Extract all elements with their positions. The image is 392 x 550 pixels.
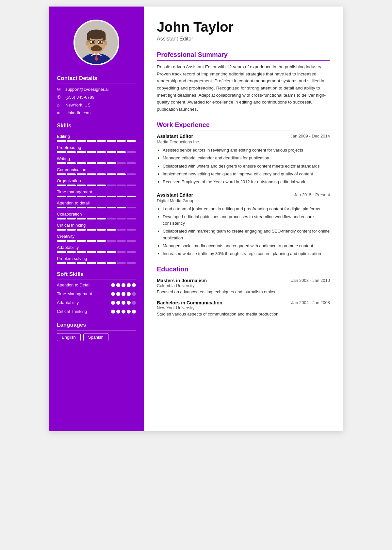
soft-skills-section: Soft Skills Attention to DetailTime Mana… bbox=[57, 271, 136, 315]
skill-item: Problem solving bbox=[57, 256, 136, 264]
skill-bars bbox=[57, 229, 136, 231]
jobs-list: Assistant Editor Jan 2009 - Dec 2014 Med… bbox=[157, 134, 330, 257]
skill-bar bbox=[107, 251, 116, 253]
contact-text: (555) 345-6789 bbox=[65, 95, 94, 100]
soft-skill-dot bbox=[127, 310, 131, 314]
skill-bar bbox=[77, 262, 86, 264]
skill-bar bbox=[127, 240, 136, 242]
sidebar: Contact Details ✉support@cvdesigner.ai✆(… bbox=[49, 7, 144, 431]
skill-bar bbox=[57, 240, 66, 242]
skill-item: Critical thinking bbox=[57, 223, 136, 231]
skill-bars bbox=[57, 207, 136, 208]
job-bullet: Developed editorial guidelines and proce… bbox=[163, 214, 330, 227]
skill-bar bbox=[107, 151, 116, 153]
contact-item-phone: ✆(555) 345-6789 bbox=[57, 94, 136, 100]
soft-skill-dots bbox=[111, 301, 136, 305]
edu-desc: Focused on advanced editing techniques a… bbox=[157, 289, 330, 294]
job-bullet: Managed social media accounts and engage… bbox=[163, 243, 330, 249]
skill-bar bbox=[77, 173, 86, 175]
skill-bar bbox=[77, 218, 86, 219]
location-icon: ⌂ bbox=[57, 102, 63, 107]
skill-bar bbox=[57, 173, 66, 175]
skill-bars bbox=[57, 162, 136, 164]
skill-item: Time management bbox=[57, 189, 136, 197]
soft-skill-name: Critical Thinking bbox=[57, 309, 87, 315]
skill-bar bbox=[87, 173, 96, 175]
skill-bar bbox=[97, 218, 106, 219]
soft-skill-name: Attention to Detail bbox=[57, 283, 90, 288]
soft-skill-dot bbox=[132, 283, 136, 287]
skill-bar bbox=[77, 140, 86, 142]
job-bullet: Assisted senior editors in reviewing and… bbox=[163, 147, 330, 154]
edu-header: Bachelors in Communication Jan 2004 - Ja… bbox=[157, 300, 330, 305]
skill-bar bbox=[87, 207, 96, 208]
skill-bar bbox=[57, 207, 66, 208]
skill-bar bbox=[97, 151, 106, 153]
skill-bars bbox=[57, 240, 136, 242]
skill-bar bbox=[87, 240, 96, 242]
job-bullet: Managed editorial calendar and deadlines… bbox=[163, 155, 330, 161]
svg-point-14 bbox=[92, 41, 94, 43]
skill-bar bbox=[57, 251, 66, 253]
edu-school: New York University bbox=[157, 305, 330, 310]
email-icon: ✉ bbox=[57, 87, 63, 92]
edu-dates: Jan 2004 - Jan 2008 bbox=[291, 300, 330, 305]
job-title: Assistant Editor bbox=[157, 134, 193, 139]
skill-bars bbox=[57, 140, 136, 142]
header: John Taylor Assistant Editor bbox=[157, 20, 330, 42]
soft-skill-dot bbox=[111, 283, 115, 287]
skill-bar bbox=[107, 240, 116, 242]
job-bullets: Assisted senior editors in reviewing and… bbox=[157, 147, 330, 185]
avatar-section bbox=[49, 7, 144, 75]
soft-skill-dot bbox=[122, 301, 125, 305]
skill-bar bbox=[67, 151, 76, 153]
skills-section: Skills EditingProofreadingWritingCommuni… bbox=[57, 122, 136, 264]
skill-bar bbox=[117, 207, 126, 208]
skill-bar bbox=[97, 173, 106, 175]
main-content: John Taylor Assistant Editor Professiona… bbox=[144, 7, 343, 431]
skill-bars bbox=[57, 173, 136, 175]
skill-bar bbox=[107, 218, 116, 219]
languages-title: Languages bbox=[57, 322, 136, 331]
contact-title: Contact Details bbox=[57, 75, 136, 84]
edu-entry: Masters in Journalism Jan 2008 - Jan 201… bbox=[157, 278, 330, 294]
skill-bar bbox=[77, 162, 86, 164]
soft-skill-dot bbox=[116, 310, 120, 314]
language-tags: EnglishSpanish bbox=[57, 333, 136, 341]
skill-bar bbox=[77, 229, 86, 231]
skill-bar bbox=[127, 229, 136, 231]
soft-skill-dot bbox=[122, 283, 125, 287]
skill-bar bbox=[67, 140, 76, 142]
skill-bar bbox=[117, 229, 126, 231]
skill-bar bbox=[107, 162, 116, 164]
skill-name: Time management bbox=[57, 189, 136, 194]
job-company: Digital Media Group bbox=[157, 198, 330, 203]
summary-section: Professional Summary Results-driven Assi… bbox=[157, 51, 330, 113]
skill-bar bbox=[97, 196, 106, 197]
skill-bar bbox=[127, 185, 136, 186]
job-bullet: Collaborated with writers and designers … bbox=[163, 163, 330, 170]
soft-skill-dot bbox=[116, 292, 120, 296]
skill-bar bbox=[67, 240, 76, 242]
soft-skills-title: Soft Skills bbox=[57, 271, 136, 280]
svg-point-10 bbox=[86, 40, 89, 45]
skill-bar bbox=[67, 218, 76, 219]
sidebar-content: Contact Details ✉support@cvdesigner.ai✆(… bbox=[49, 75, 144, 348]
skill-bar bbox=[77, 251, 86, 253]
skill-bar bbox=[87, 162, 96, 164]
skill-bar bbox=[107, 185, 116, 186]
soft-skill-dot bbox=[111, 310, 115, 314]
soft-skill-dot bbox=[132, 301, 136, 305]
soft-skill-dot bbox=[127, 301, 131, 305]
edu-degree: Bachelors in Communication bbox=[157, 300, 222, 305]
education-title: Education bbox=[157, 266, 330, 275]
skill-bar bbox=[87, 196, 96, 197]
soft-skill-item: Time Management bbox=[57, 291, 136, 297]
skill-name: Editing bbox=[57, 134, 136, 139]
skill-bar bbox=[97, 185, 106, 186]
contact-item-location: ⌂NewYork, US bbox=[57, 102, 136, 107]
skill-name: Critical thinking bbox=[57, 223, 136, 228]
edu-header: Masters in Journalism Jan 2008 - Jan 201… bbox=[157, 278, 330, 283]
skill-bar bbox=[117, 218, 126, 219]
skill-bar bbox=[107, 229, 116, 231]
